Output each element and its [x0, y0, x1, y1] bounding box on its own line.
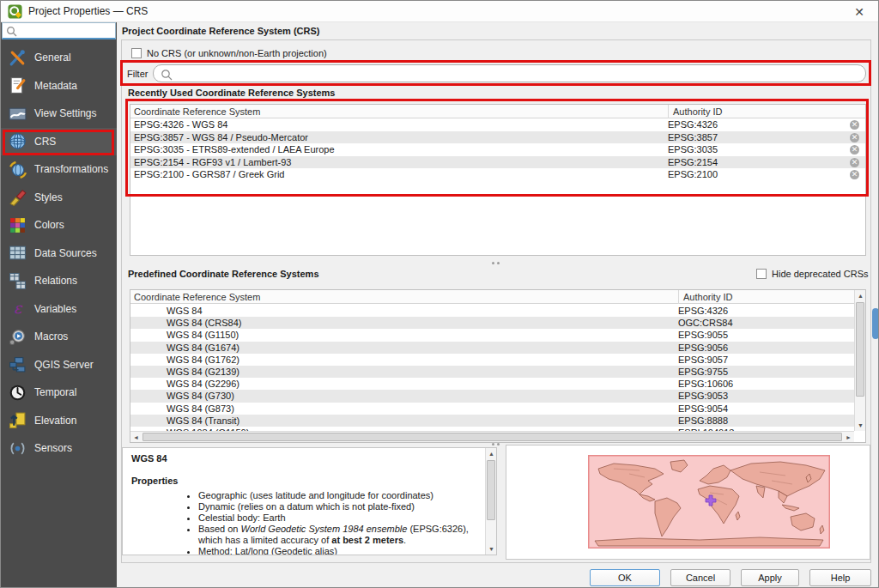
sidebar-item-label: Variables	[34, 303, 76, 315]
sidebar-item-label: Temporal	[34, 386, 76, 398]
sidebar-search-input[interactable]	[2, 22, 116, 39]
sidebar-item-general[interactable]: General	[1, 44, 117, 72]
table-row[interactable]: WGS 84 (G1674) EPSG:9056	[130, 342, 854, 354]
crs-cell: WGS 84 (G1762)	[167, 354, 239, 366]
scroll-right-icon[interactable]: ►	[843, 432, 854, 443]
predefined-table-header[interactable]: Coordinate Reference System Authority ID	[130, 290, 854, 304]
apply-button[interactable]: Apply	[741, 569, 799, 586]
authority-cell: EPSG:9057	[678, 354, 728, 366]
authority-cell: OGC:CRS84	[678, 317, 733, 329]
scroll-up-icon[interactable]: ▲	[855, 290, 866, 301]
sensors-icon	[9, 439, 27, 458]
temporal-icon	[9, 384, 27, 402]
remove-crs-icon[interactable]: ✕	[850, 158, 859, 167]
remove-crs-icon[interactable]: ✕	[850, 145, 859, 155]
sidebar-item-macros[interactable]: Macros	[1, 323, 117, 351]
project-properties-dialog: Project Properties — CRS ✕ General	[0, 0, 879, 588]
column-header-crs[interactable]: Coordinate Reference System	[134, 290, 260, 304]
column-header-authority[interactable]: Authority ID	[668, 105, 722, 118]
relations-icon	[9, 272, 27, 290]
property-bullet: Celestial body: Earth	[198, 512, 478, 524]
sidebar-item-temporal[interactable]: Temporal	[1, 379, 117, 407]
hide-deprecated-label: Hide deprecated CRSs	[772, 269, 869, 279]
cancel-button[interactable]: Cancel	[670, 569, 730, 586]
authority-cell: EPSG:9054	[678, 403, 728, 415]
dialog-scrollbar-thumb[interactable]	[872, 308, 879, 339]
properties-crs-name: WGS 84	[131, 453, 482, 464]
vertical-scrollbar[interactable]: ▲ ▼	[854, 290, 865, 431]
text-part-italic: World Geodetic System 1984 ensemble	[241, 524, 408, 534]
authority-cell: EPSG:3857	[668, 131, 718, 144]
sidebar-item-data-sources[interactable]: Data Sources	[1, 239, 117, 268]
sidebar-item-qgis-server[interactable]: QGIS Server	[1, 351, 117, 379]
table-row[interactable]: EPSG:2100 - GGRS87 / Greek Grid EPSG:210…	[130, 168, 865, 181]
sidebar-item-label: Metadata	[34, 80, 77, 92]
recent-table-header[interactable]: Coordinate Reference System Authority ID	[130, 105, 865, 118]
sidebar-item-label: View Settings	[34, 107, 97, 119]
remove-crs-icon[interactable]: ✕	[850, 133, 859, 142]
table-row[interactable]: EPSG:3035 - ETRS89-extended / LAEA Europ…	[130, 143, 865, 156]
table-row[interactable]: EPSG:4326 - WGS 84 EPSG:4326 ✕	[130, 118, 865, 131]
table-row[interactable]: WGS 84 (Transit) EPSG:8888	[130, 415, 854, 427]
macros-icon	[9, 328, 27, 346]
remove-crs-icon[interactable]: ✕	[850, 120, 859, 130]
table-row[interactable]: EPSG:3857 - WGS 84 / Pseudo-Mercator EPS…	[130, 131, 865, 144]
sidebar-item-metadata[interactable]: Metadata	[1, 72, 117, 100]
table-row[interactable]: WGS 84 (G1762) EPSG:9057	[130, 354, 854, 366]
sidebar-item-styles[interactable]: Styles	[1, 184, 117, 212]
sidebar-item-label: Data Sources	[34, 247, 97, 259]
close-icon[interactable]: ✕	[851, 3, 868, 21]
horizontal-scrollbar[interactable]: ◄ ►	[130, 431, 854, 442]
window-title: Project Properties — CRS	[28, 5, 148, 17]
scroll-down-icon[interactable]: ▼	[486, 543, 497, 555]
authority-cell: EPSG:9755	[678, 366, 728, 378]
table-row[interactable]: WGS 84 (G1150) EPSG:9055	[130, 329, 854, 341]
sidebar-item-view-settings[interactable]: View Settings	[1, 100, 117, 128]
help-button[interactable]: Help	[809, 569, 871, 586]
sidebar-item-variables[interactable]: ε Variables	[1, 295, 117, 324]
filter-input[interactable]	[153, 64, 866, 82]
table-row[interactable]: WGS 84 (CRS84) OGC:CRS84	[130, 317, 854, 329]
sidebar-item-relations[interactable]: Relations	[1, 267, 117, 295]
sidebar-item-transformations[interactable]: Transformations	[1, 155, 117, 184]
table-row[interactable]: EPSG:2154 - RGF93 v1 / Lambert-93 EPSG:2…	[130, 156, 865, 169]
table-row[interactable]: WGS 84 (G2296) EPSG:10606	[130, 378, 854, 390]
ok-button[interactable]: OK	[590, 569, 660, 586]
scrollbar-thumb[interactable]	[487, 460, 495, 520]
hide-deprecated-checkbox[interactable]	[756, 269, 767, 279]
qgis-logo-icon	[8, 4, 22, 19]
titlebar: Project Properties — CRS ✕	[1, 1, 878, 22]
splitter-handle[interactable]	[492, 443, 502, 446]
sidebar-item-label: Elevation	[34, 415, 76, 427]
recent-crs-table: Coordinate Reference System Authority ID…	[130, 104, 866, 256]
sidebar-nav: General Metadata View Settings	[1, 44, 117, 463]
splitter-handle[interactable]	[492, 262, 502, 264]
scroll-left-icon[interactable]: ◄	[130, 432, 142, 443]
vertical-scrollbar[interactable]: ▲ ▼	[485, 448, 496, 555]
crs-properties-panel: WGS 84 Properties Geographic (uses latit…	[122, 447, 497, 555]
tools-icon	[9, 49, 27, 67]
sidebar-item-crs[interactable]: CRS	[1, 128, 117, 156]
authority-cell: EPSG:4326	[678, 305, 728, 317]
sidebar-item-elevation[interactable]: Elevation	[1, 407, 117, 435]
table-row[interactable]: WGS 84 (G730) EPSG:9053	[130, 390, 854, 402]
table-row[interactable]: WGS 84 (G2139) EPSG:9755	[130, 366, 854, 378]
sidebar-item-label: Macros	[34, 330, 68, 342]
elevation-icon	[9, 411, 27, 429]
scroll-down-icon[interactable]: ▼	[855, 420, 866, 431]
scrollbar-thumb[interactable]	[856, 302, 864, 397]
table-row[interactable]: WGS 84 (G873) EPSG:9054	[130, 403, 854, 415]
authority-cell: EPSG:10606	[678, 378, 733, 390]
column-header-crs[interactable]: Coordinate Reference System	[134, 105, 260, 118]
remove-crs-icon[interactable]: ✕	[850, 170, 859, 179]
table-row[interactable]: WGS 84 EPSG:4326	[130, 305, 854, 317]
sidebar-item-label: CRS	[34, 136, 56, 148]
scrollbar-thumb[interactable]	[142, 433, 842, 441]
text-part: .	[403, 535, 406, 545]
sidebar-item-sensors[interactable]: Sensors	[1, 434, 117, 463]
scroll-up-icon[interactable]: ▲	[486, 448, 497, 459]
no-crs-checkbox[interactable]	[131, 48, 142, 58]
column-header-authority[interactable]: Authority ID	[678, 290, 732, 304]
sidebar-item-colors[interactable]: Colors	[1, 211, 117, 239]
sidebar: General Metadata View Settings	[1, 22, 117, 588]
